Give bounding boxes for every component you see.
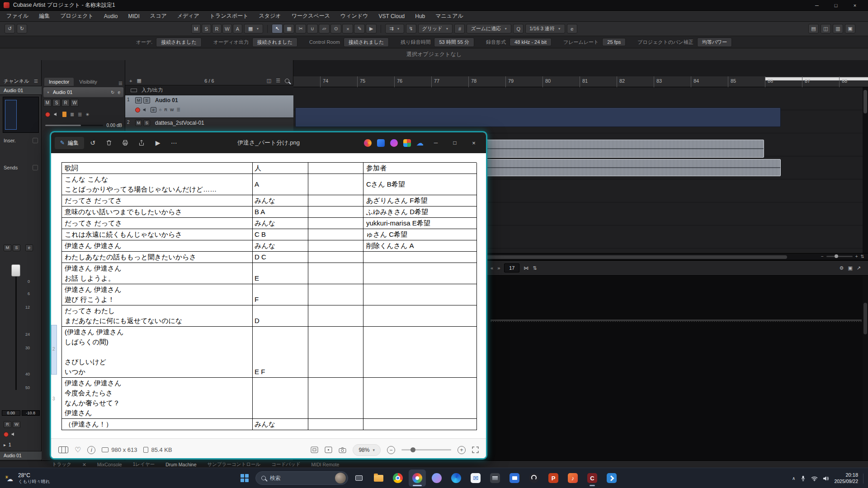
edit-button[interactable]: e bbox=[567, 24, 577, 33]
close-button[interactable]: × bbox=[845, 0, 864, 11]
menu-item[interactable]: Hub bbox=[415, 13, 425, 19]
camera-icon[interactable] bbox=[339, 447, 346, 453]
menu-item[interactable]: ファイル bbox=[6, 12, 28, 20]
solo-button[interactable]: S bbox=[52, 99, 61, 107]
peak-readout[interactable]: -10.8 bbox=[22, 410, 40, 416]
rewind-icon[interactable]: « bbox=[491, 265, 493, 271]
panel-icon[interactable]: ▣ bbox=[848, 265, 852, 271]
forward-icon[interactable]: » bbox=[497, 265, 500, 271]
edge-icon[interactable] bbox=[448, 469, 465, 487]
refresh-icon[interactable]: ↻ bbox=[111, 90, 114, 95]
write-button[interactable]: W bbox=[71, 99, 79, 107]
search-input[interactable]: 検索 bbox=[255, 471, 348, 485]
tool-button[interactable]: ∪ bbox=[307, 24, 318, 33]
share-icon[interactable] bbox=[134, 136, 149, 150]
snap-type-dropdown[interactable]: グリッド ▼ bbox=[418, 24, 453, 33]
link-icon[interactable]: ⋈ bbox=[524, 265, 528, 271]
status-value[interactable]: 48 kHz - 24 bit bbox=[509, 38, 552, 46]
asterisk-icon[interactable]: ✳ bbox=[85, 112, 89, 117]
filmstrip-icon[interactable] bbox=[58, 446, 68, 453]
chrome-icon[interactable] bbox=[389, 469, 406, 487]
slideshow-icon[interactable]: ▶ bbox=[150, 136, 165, 150]
more-icon[interactable]: ⋯ bbox=[166, 136, 182, 150]
zoom-in-icon[interactable]: + bbox=[855, 254, 858, 259]
status-value[interactable]: 接続されました bbox=[252, 38, 297, 47]
obs-icon[interactable] bbox=[525, 469, 542, 487]
mail-icon[interactable]: ✉ bbox=[467, 469, 484, 487]
onedrive-icon[interactable]: ☁ bbox=[416, 139, 424, 147]
menu-item[interactable]: MIDI bbox=[128, 13, 140, 19]
tool-button[interactable]: ▦ bbox=[283, 24, 294, 33]
print-icon[interactable] bbox=[118, 136, 133, 150]
tool-button[interactable]: ✎ bbox=[354, 24, 365, 33]
record-enable-icon[interactable] bbox=[135, 108, 140, 113]
timeline-ruler[interactable]: 747576777879808182838485868788 bbox=[293, 76, 868, 87]
edit-button[interactable]: ✎ 編集 bbox=[55, 137, 84, 149]
gear-icon[interactable]: ⚙ bbox=[840, 265, 844, 271]
lower-zone-tab[interactable]: Drum Machine bbox=[165, 462, 196, 467]
minimize-button[interactable]: ─ bbox=[807, 0, 826, 11]
menu-item[interactable]: プロジェクト bbox=[60, 12, 94, 20]
add-track-icon[interactable]: + bbox=[129, 78, 132, 84]
chevron-down-icon[interactable]: ▼ bbox=[47, 91, 50, 94]
zone-toggle-button[interactable]: ▤ bbox=[808, 24, 819, 33]
snap-zero-crossing-icon[interactable]: ↯ bbox=[406, 24, 416, 33]
automation-state-button[interactable]: A bbox=[233, 24, 242, 33]
read-button[interactable]: R bbox=[164, 108, 167, 112]
zoom-slider[interactable] bbox=[401, 449, 451, 450]
undo-icon[interactable]: ↺ bbox=[5, 24, 15, 33]
vertical-scrollbar[interactable] bbox=[863, 87, 868, 253]
lower-zone-tab[interactable]: トラック bbox=[52, 461, 71, 468]
notes-icon[interactable] bbox=[486, 469, 504, 487]
mute-button[interactable]: M bbox=[43, 99, 52, 107]
search-icon[interactable] bbox=[285, 79, 289, 83]
status-value[interactable]: 均等パワー bbox=[697, 38, 732, 47]
app-grid-icon[interactable] bbox=[403, 139, 411, 147]
monitor-icon[interactable] bbox=[54, 112, 59, 117]
rotate-icon[interactable]: ↺ bbox=[85, 136, 100, 150]
tool-button[interactable]: ▶ bbox=[366, 24, 377, 33]
vertical-zoom-icon[interactable]: ⇅ bbox=[861, 254, 864, 259]
read-button[interactable]: R bbox=[61, 99, 70, 107]
close-button[interactable]: × bbox=[467, 140, 481, 146]
lower-zone-tab[interactable]: MixConsole bbox=[97, 462, 122, 467]
lower-zone-tab[interactable]: MIDI Remote bbox=[311, 462, 339, 467]
zone-toggle-button[interactable]: ▣ bbox=[845, 24, 855, 33]
menu-item[interactable]: ワークスペース bbox=[292, 12, 330, 20]
designer-icon[interactable] bbox=[377, 139, 385, 147]
mute-button[interactable]: M bbox=[135, 120, 142, 126]
zoom-out-button[interactable]: − bbox=[387, 446, 395, 454]
audio-clip[interactable] bbox=[295, 108, 781, 127]
zoom-slider[interactable] bbox=[826, 256, 853, 257]
menu-item[interactable]: ウィンドウ bbox=[340, 12, 368, 20]
clipchamp-icon[interactable] bbox=[390, 139, 398, 147]
automation-mode-dropdown[interactable]: ▦ ▼ bbox=[244, 24, 263, 33]
list-icon[interactable]: ☰ bbox=[276, 78, 280, 84]
powerpoint-icon[interactable]: P bbox=[545, 469, 562, 487]
tool-button[interactable]: × bbox=[342, 24, 353, 33]
lower-zone-tab[interactable]: 1レイヤー bbox=[133, 461, 155, 468]
menu-icon[interactable]: ☰ bbox=[118, 81, 123, 86]
quantize-dropdown[interactable]: 1/16 3 連符 ▼ bbox=[525, 24, 565, 33]
zoom-dropdown[interactable]: 98% ▾ bbox=[353, 444, 381, 456]
redo-icon[interactable]: ↻ bbox=[17, 24, 27, 33]
menu-item[interactable]: 編集 bbox=[39, 12, 50, 20]
tool-button[interactable]: ▱ bbox=[319, 24, 330, 33]
actual-size-icon[interactable] bbox=[325, 446, 332, 453]
expand-icon[interactable]: ↗ bbox=[857, 265, 861, 271]
maximize-button[interactable]: □ bbox=[826, 0, 845, 11]
store-icon[interactable] bbox=[506, 469, 523, 487]
zoom-in-button[interactable]: + bbox=[458, 446, 466, 454]
automation-state-button[interactable]: S bbox=[202, 24, 211, 33]
automation-state-button[interactable]: M bbox=[191, 24, 201, 33]
menu-item[interactable]: スタジオ bbox=[259, 12, 281, 20]
mute-button[interactable]: M bbox=[135, 97, 142, 103]
quantize-icon[interactable]: Q bbox=[513, 24, 524, 33]
tool-button[interactable]: ✂ bbox=[295, 24, 306, 33]
tab-visibility[interactable]: Visibility bbox=[75, 78, 102, 86]
status-value[interactable]: 53 時間 55 分 bbox=[434, 38, 474, 47]
inspector-track-name[interactable]: Audio 01 bbox=[53, 89, 72, 95]
search-highlight-image[interactable] bbox=[335, 473, 346, 483]
status-value[interactable]: 接続されました bbox=[344, 38, 389, 47]
track-row-selected[interactable]: 1 M S Audio 01 e ○ R W ☰ bbox=[125, 95, 293, 118]
